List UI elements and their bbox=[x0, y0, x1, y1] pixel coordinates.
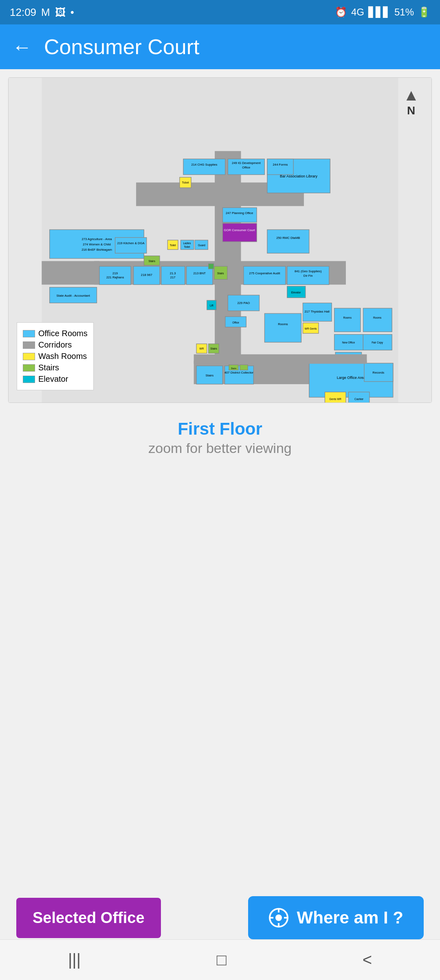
legend: Office Rooms Corridors Wash Rooms Stairs… bbox=[17, 322, 94, 390]
legend-item-office: Office Rooms bbox=[23, 329, 88, 338]
svg-text:Stairs: Stairs bbox=[205, 374, 213, 377]
status-right: ⏰ 4G ▋▋▋ 51% 🔋 bbox=[335, 7, 430, 18]
signal-label: 4G bbox=[351, 7, 364, 18]
svg-text:275 Cooperative Audit: 275 Cooperative Audit bbox=[249, 271, 280, 275]
signal-bars-icon: ▋▋▋ bbox=[368, 7, 390, 18]
legend-label-washrooms: Wash Rooms bbox=[38, 352, 87, 361]
svg-text:841 (Geo Supplies): 841 (Geo Supplies) bbox=[295, 269, 322, 273]
status-left: 12:09 M 🖼 • bbox=[10, 6, 74, 19]
svg-rect-13 bbox=[267, 159, 293, 175]
svg-point-103 bbox=[275, 914, 282, 921]
svg-text:Stairs: Stairs bbox=[231, 367, 237, 370]
svg-rect-101 bbox=[194, 354, 367, 364]
svg-text:Toilet: Toilet bbox=[184, 245, 190, 248]
compass-arrow-icon: ▲ bbox=[403, 86, 419, 104]
floor-label-area: First Floor zoom for better viewing bbox=[0, 411, 440, 460]
legend-label-elevator: Elevator bbox=[38, 374, 68, 384]
svg-text:217 Thysidas Hall: 217 Thysidas Hall bbox=[305, 310, 330, 313]
svg-text:250 RMC DtaMB: 250 RMC DtaMB bbox=[276, 236, 300, 240]
svg-text:Toilet: Toilet bbox=[170, 244, 176, 247]
svg-text:Large Office Area: Large Office Area bbox=[337, 376, 365, 380]
svg-text:247 Planning Office: 247 Planning Office bbox=[226, 211, 253, 215]
svg-text:Rooms: Rooms bbox=[278, 322, 288, 326]
svg-rect-78 bbox=[240, 365, 248, 370]
compass: ▲ N bbox=[403, 86, 419, 117]
svg-text:Stairs: Stairs bbox=[217, 272, 224, 275]
battery-icon: 🔋 bbox=[418, 7, 430, 18]
nav-home-button[interactable]: □ bbox=[217, 951, 227, 969]
legend-item-corridors: Corridors bbox=[23, 340, 88, 350]
svg-text:Ticket: Ticket bbox=[182, 181, 189, 184]
svg-text:219 Kitchen & DGA: 219 Kitchen & DGA bbox=[117, 241, 145, 245]
svg-text:Guard: Guard bbox=[198, 244, 205, 247]
svg-rect-17 bbox=[222, 208, 257, 222]
where-am-i-button[interactable]: Where am I ? bbox=[248, 896, 424, 939]
svg-rect-91 bbox=[334, 308, 361, 332]
svg-text:21.3: 21.3 bbox=[170, 271, 176, 275]
svg-text:216 BnEF Bishkagam: 216 BnEF Bishkagam bbox=[81, 248, 112, 252]
svg-text:229 PAO: 229 PAO bbox=[238, 301, 250, 305]
where-am-i-label: Where am I ? bbox=[297, 908, 403, 928]
nav-back-button[interactable]: < bbox=[363, 951, 372, 969]
nav-bar: ||| □ < bbox=[0, 939, 440, 980]
top-bar: ← Consumer Court bbox=[0, 24, 440, 69]
floor-hint: zoom for better viewing bbox=[0, 440, 440, 456]
legend-item-stairs: Stairs bbox=[23, 363, 88, 372]
svg-text:Office: Office bbox=[232, 321, 239, 324]
svg-rect-25 bbox=[115, 238, 147, 254]
svg-text:221 Rajhans: 221 Rajhans bbox=[106, 276, 124, 279]
svg-text:Ladies: Ladies bbox=[183, 242, 191, 245]
svg-text:Office: Office bbox=[242, 166, 250, 169]
legend-label-corridors: Corridors bbox=[38, 340, 72, 350]
page-title: Consumer Court bbox=[44, 35, 199, 59]
legend-color-washrooms bbox=[23, 353, 35, 360]
svg-text:273 Agriculture - Area: 273 Agriculture - Area bbox=[81, 237, 112, 241]
status-bar: 12:09 M 🖼 • ⏰ 4G ▋▋▋ 51% 🔋 bbox=[0, 0, 440, 24]
main-content: Bar Association Library 214 CHG Supplies… bbox=[0, 77, 440, 647]
legend-color-office bbox=[23, 330, 35, 337]
svg-rect-93 bbox=[363, 308, 392, 332]
map-container[interactable]: Bar Association Library 214 CHG Supplies… bbox=[8, 77, 432, 403]
floor-name: First Floor bbox=[0, 419, 440, 439]
svg-text:GOR Consumer Court: GOR Consumer Court bbox=[224, 228, 255, 232]
svg-text:249 IG Development: 249 IG Development bbox=[232, 161, 261, 165]
svg-text:Records: Records bbox=[372, 371, 384, 374]
back-button[interactable]: ← bbox=[12, 36, 32, 58]
svg-text:WR Gents: WR Gents bbox=[305, 327, 317, 330]
svg-text:Elevator: Elevator bbox=[291, 291, 301, 294]
svg-text:Lift: Lift bbox=[210, 304, 213, 307]
svg-text:Cashier: Cashier bbox=[354, 398, 364, 400]
svg-text:407 District Collector: 407 District Collector bbox=[224, 371, 254, 374]
legend-item-elevator: Elevator bbox=[23, 374, 88, 384]
svg-rect-5 bbox=[42, 261, 99, 284]
svg-text:Fair Copy: Fair Copy bbox=[372, 341, 383, 344]
svg-text:244 Forms: 244 Forms bbox=[273, 163, 288, 166]
svg-text:Stairs: Stairs bbox=[148, 260, 155, 262]
svg-rect-51 bbox=[244, 266, 286, 284]
legend-label-office: Office Rooms bbox=[38, 329, 88, 338]
svg-text:Rooms: Rooms bbox=[373, 316, 381, 319]
nav-menu-button[interactable]: ||| bbox=[68, 951, 81, 969]
svg-rect-19 bbox=[222, 223, 257, 242]
svg-text:New Office: New Office bbox=[342, 341, 355, 344]
mail-icon: M bbox=[41, 6, 50, 19]
svg-text:Gents WR: Gents WR bbox=[329, 398, 341, 400]
map-inner: Bar Association Library 214 CHG Supplies… bbox=[9, 78, 431, 402]
svg-text:217: 217 bbox=[170, 276, 176, 279]
selected-office-button[interactable]: Selected Office bbox=[16, 898, 161, 938]
svg-text:214 CHG Supplies: 214 CHG Supplies bbox=[191, 163, 217, 166]
svg-text:213 BNT: 213 BNT bbox=[194, 271, 206, 275]
svg-text:218 967: 218 967 bbox=[141, 273, 152, 277]
time: 12:09 bbox=[10, 6, 36, 19]
svg-rect-62 bbox=[264, 313, 301, 342]
svg-text:WR: WR bbox=[200, 347, 204, 350]
svg-text:Stairs: Stairs bbox=[210, 347, 217, 350]
svg-text:Rooms: Rooms bbox=[343, 316, 352, 319]
svg-rect-8 bbox=[183, 159, 225, 175]
svg-rect-36 bbox=[267, 230, 309, 253]
svg-text:219: 219 bbox=[112, 271, 118, 275]
battery-label: 51% bbox=[394, 7, 414, 18]
location-icon bbox=[268, 908, 289, 928]
legend-color-elevator bbox=[23, 376, 35, 383]
svg-text:State Audit - Accountant: State Audit - Accountant bbox=[56, 294, 90, 298]
